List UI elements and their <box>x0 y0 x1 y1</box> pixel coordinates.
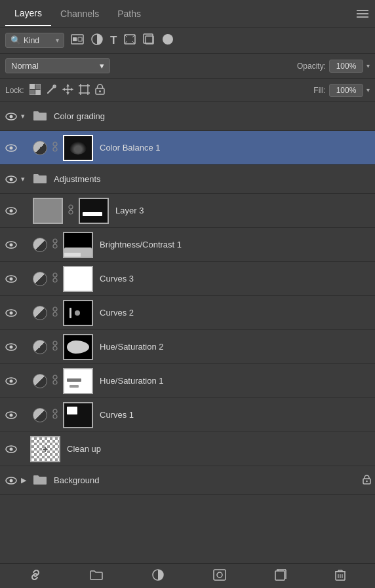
new-group-button[interactable] <box>85 566 108 586</box>
smartobj-icon-svg <box>143 33 155 45</box>
svg-marker-25 <box>71 88 73 91</box>
svg-point-54 <box>53 244 57 248</box>
chain-icon-curves1 <box>50 409 60 421</box>
svg-point-45 <box>10 177 13 181</box>
svg-marker-22 <box>66 84 69 86</box>
eye-icon-color-grading[interactable] <box>4 113 18 120</box>
blend-row: Normal ▾ Opacity: 100% ▾ <box>0 54 375 79</box>
fill-arrow[interactable]: ▾ <box>366 86 370 94</box>
svg-point-68 <box>53 341 57 345</box>
opacity-input[interactable]: 100% <box>329 60 363 73</box>
eye-icon-curves3[interactable] <box>4 275 18 283</box>
filter-shape-icon[interactable] <box>123 33 136 48</box>
layer-row-background[interactable]: ▶ Background <box>0 466 375 495</box>
search-icon: 🔍 <box>10 35 21 45</box>
eye-icon-color-balance-1[interactable] <box>4 144 18 152</box>
thumb-curves2 <box>63 300 93 326</box>
tab-layers[interactable]: Layers <box>5 1 51 26</box>
svg-rect-26 <box>81 86 88 93</box>
svg-point-63 <box>53 307 57 311</box>
tab-paths[interactable]: Paths <box>108 2 150 26</box>
layer-name-cleanup: Clean up <box>67 444 371 454</box>
lock-artboard-icon[interactable] <box>79 84 90 97</box>
new-layer-button[interactable] <box>269 566 292 586</box>
pixel-icon-svg <box>71 34 84 45</box>
blend-mode-dropdown[interactable]: Normal ▾ <box>5 58 110 73</box>
filter-circle-icon[interactable] <box>161 33 174 48</box>
eye-icon-huesat2[interactable] <box>4 343 18 351</box>
tab-channels[interactable]: Channels <box>51 2 108 26</box>
eye-icon-huesat1[interactable] <box>4 377 18 385</box>
lock-pixels-icon[interactable] <box>46 84 57 97</box>
svg-point-52 <box>10 243 13 246</box>
svg-point-77 <box>10 413 13 416</box>
adjustment-icon-svg <box>90 33 104 46</box>
svg-point-38 <box>10 115 13 118</box>
new-adjustment-layer-button[interactable] <box>146 566 170 587</box>
thumb-bc1 <box>63 232 93 258</box>
svg-point-89 <box>217 572 222 578</box>
lock-position-svg <box>62 84 73 95</box>
svg-point-62 <box>10 311 13 314</box>
eye-icon-curves2[interactable] <box>4 309 18 317</box>
filter-type-icon[interactable]: T <box>110 34 117 47</box>
fill-input[interactable]: 100% <box>329 84 363 97</box>
eye-icon-cleanup[interactable] <box>4 445 18 453</box>
layer-name-layer3: Layer 3 <box>115 206 371 215</box>
delete-layer-button[interactable] <box>330 566 351 586</box>
eye-icon-layer3[interactable] <box>4 207 18 215</box>
svg-marker-23 <box>66 92 69 94</box>
layer-row-huesat1[interactable]: Hue/Saturation 1 <box>0 364 375 398</box>
svg-point-79 <box>53 414 57 418</box>
layer-row-curves2[interactable]: Curves 2 <box>0 296 375 330</box>
link-layers-button[interactable] <box>24 566 47 586</box>
chain-icon-layer3 <box>66 204 76 217</box>
layer-name-color-balance-1: Color Balance 1 <box>100 143 371 153</box>
layer-row-curves1[interactable]: Curves 1 <box>0 398 375 432</box>
panel-menu-icon[interactable] <box>357 10 368 18</box>
kind-label: Kind <box>24 36 39 45</box>
eye-icon-bc1[interactable] <box>4 241 18 249</box>
layer-row-adjustments[interactable]: ▾ Adjustments <box>0 165 375 194</box>
thumb-huesat1 <box>63 368 93 394</box>
kind-arrow: ▾ <box>56 37 59 44</box>
add-mask-button[interactable] <box>208 566 231 586</box>
svg-point-11 <box>163 34 173 45</box>
layer-name-huesat1: Hue/Saturation 1 <box>100 376 371 386</box>
chain-icon-huesat2 <box>50 340 60 353</box>
layer-row-layer3[interactable]: Layer 3 <box>0 194 375 228</box>
eye-icon-adjustments[interactable] <box>4 175 18 183</box>
opacity-arrow[interactable]: ▾ <box>366 62 370 69</box>
svg-point-53 <box>53 239 57 243</box>
svg-rect-2 <box>78 37 82 41</box>
svg-point-42 <box>53 147 57 151</box>
thumb-huesat2 <box>63 334 93 360</box>
kind-dropdown[interactable]: 🔍 Kind ▾ <box>5 33 64 48</box>
filter-adjustment-icon[interactable] <box>90 33 104 48</box>
lock-position-icon[interactable] <box>62 84 73 97</box>
svg-rect-13 <box>35 84 41 89</box>
filter-pixel-icon[interactable] <box>71 34 84 47</box>
layer-row-brightness-contrast-1[interactable]: Brightness/Contrast 1 <box>0 228 375 262</box>
eye-icon-background[interactable] <box>4 477 18 485</box>
background-lock-icon <box>363 475 371 487</box>
filter-smartobject-icon[interactable] <box>143 33 155 48</box>
layer-row-huesat2[interactable]: Hue/Saturation 2 <box>0 330 375 364</box>
layer-row-cleanup[interactable]: + Clean up <box>0 432 375 466</box>
svg-point-84 <box>10 479 13 482</box>
adj-icon-bc1 <box>33 238 47 252</box>
collapse-adjustments[interactable]: ▾ <box>21 175 30 183</box>
layer-row-color-balance-1[interactable]: Color Balance 1 <box>0 131 375 165</box>
svg-rect-14 <box>30 90 35 95</box>
chain-icon-bc1 <box>50 238 60 251</box>
layer-row-curves3[interactable]: Curves 3 <box>0 262 375 296</box>
svg-point-48 <box>69 205 73 209</box>
eye-icon-curves1[interactable] <box>4 411 18 419</box>
layer-name-background: Background <box>54 475 360 485</box>
lock-all-icon[interactable] <box>95 84 105 97</box>
layer-row-color-grading[interactable]: ▾ Color grading <box>0 102 375 131</box>
collapse-background[interactable]: ▶ <box>21 476 30 485</box>
lock-transparent-icon[interactable] <box>30 84 41 97</box>
opacity-label: Opacity: <box>297 62 326 71</box>
collapse-color-grading[interactable]: ▾ <box>21 112 30 120</box>
